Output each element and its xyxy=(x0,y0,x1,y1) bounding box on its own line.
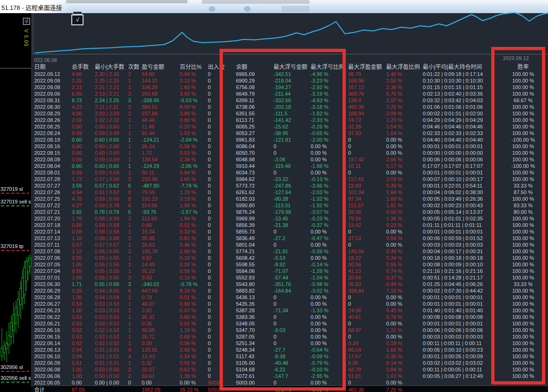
table-row[interactable]: 2022.06.090.510.51 | 0.5110.320.01 %0510… xyxy=(31,360,548,366)
table-row[interactable]: 2022.07.254.780.59 | 0.608191.233.19 %06… xyxy=(31,196,548,202)
table-row[interactable]: 2022.06.270.530.53 | 0.53148.070.89 %054… xyxy=(31,301,548,307)
table-row[interactable]: 2022.07.131.160.58 | 0.58235.450.61 %058… xyxy=(31,235,548,241)
table-row[interactable]: 2022.07.213.920.78 | 0.795-93.75-1.57 %0… xyxy=(31,209,548,215)
cell-4: 31.23 xyxy=(142,268,178,274)
panel-checkbox-icon[interactable]: √ xyxy=(71,15,84,25)
column-header-0[interactable]: 日期 xyxy=(34,64,72,70)
table-row[interactable]: 2022.07.110.570.57 | 0.57126.830.46 %058… xyxy=(31,241,548,248)
table-row[interactable]: 2022.06.081.000.50 | 0.50232.070.63 %051… xyxy=(31,366,548,373)
cell-0: 2022.08.15 xyxy=(34,150,72,156)
table-row[interactable]: 2022.09.092.252.25 | 2.251144.212.13 %06… xyxy=(31,77,548,84)
table-row[interactable]: 2022.07.051.650.55 | 0.55314.490.26 %055… xyxy=(31,261,548,268)
table-row[interactable]: 2022.08.160.600.60 | 0.60135.340.58 %060… xyxy=(31,143,548,150)
cell-5: 0.46 % xyxy=(180,241,207,248)
cell-1: 2.04 xyxy=(72,353,94,360)
table-row[interactable]: 2022.06.301.710.55 | 0.583-340.02-5.78 %… xyxy=(31,281,548,287)
cell-3: 3 xyxy=(128,261,141,268)
cell-10: 51.81 xyxy=(348,373,385,379)
cell-12: 0:00:02 | 0:01:01 | 0:02:00 xyxy=(423,110,498,117)
table-row[interactable]: 2022.08.190.600.60 | 0.601-124.21-2.04 %… xyxy=(31,136,548,143)
table-row[interactable]: 2022.07.140.580.58 | 0.58119.240.33 %058… xyxy=(31,228,548,235)
table-row[interactable]: 2022.06.140.520.52 | 0.5213.000.06 %0525… xyxy=(31,340,548,347)
cell-4: 144.21 xyxy=(142,77,178,84)
table-row[interactable]: 2022.07.040.550.55 | 0.55131.230.56 %055… xyxy=(31,268,548,274)
cell-6: 0 xyxy=(208,77,230,84)
cell-12: 0:00:06 | 0:00:06 | 0:00:06 xyxy=(423,327,498,333)
column-header-6[interactable]: 出入金 xyxy=(208,64,230,70)
table-row[interactable]: 2022.07.281.730.57 | 0.583210.903.65 %05… xyxy=(31,176,548,182)
table-row[interactable]: 2022.06.281.080.54 | 0.5420.780.01 %0543… xyxy=(31,294,548,301)
cell-3: 0 xyxy=(128,379,141,386)
table-row[interactable]: 2022.06.061.000.50 | 0.50269.611.39 %050… xyxy=(31,373,548,379)
table-row[interactable]: 2022.08.304.222.11 | 2.112386.516.09 %06… xyxy=(31,104,548,110)
cell-8: -121.81 xyxy=(274,136,310,143)
table-row[interactable]: 2022.08.250.600.60 | 0.60111.980.20 %060… xyxy=(31,123,548,130)
cell-2: 0.51 | 0.51 xyxy=(95,353,128,360)
table-row[interactable]: 2022.07.201.760.58 | 0.593113.601.94 %05… xyxy=(31,215,548,222)
cell-5: 0.01 % xyxy=(180,222,207,228)
column-header-2[interactable]: 最小|大手数 xyxy=(95,64,128,70)
cell-6: 0 xyxy=(208,84,230,90)
column-header-3[interactable]: 次数 xyxy=(128,64,141,70)
table-row[interactable]: 2022.06.293.250.54 | 0.556447.698.24 %05… xyxy=(31,287,548,294)
table-row[interactable]: 2022.08.240.590.59 | 0.59191.441.53 %060… xyxy=(31,130,548,136)
column-header-13[interactable]: 胜率 xyxy=(495,64,548,70)
table-row[interactable]: 2022.07.224.270.59 | 0.786114.561.95 %05… xyxy=(31,202,548,209)
cell-9: -3.23 % xyxy=(311,77,348,84)
column-header-4[interactable]: 盈亏金额 xyxy=(142,64,178,70)
table-row[interactable]: 2022.07.273.590.57 | 0.626-487.90-7.79 %… xyxy=(31,182,548,189)
column-header-8[interactable]: 最大浮亏金额 xyxy=(274,64,310,70)
cell-9: 0.00 % xyxy=(311,340,348,347)
table-row[interactable]: 2022.08.294.062.03 | 2.032237.843.89 %06… xyxy=(31,110,548,117)
table-row[interactable]: 2022.06.150.520.52 | 0.52135.710.68 %052… xyxy=(31,333,548,340)
table-row[interactable]: 2022.06.231.060.53 | 0.5323.920.07 %0538… xyxy=(31,307,548,314)
cell-13: 100.00 % xyxy=(495,169,548,176)
cell-12: 0:00:04 | 0:06:02 | 0:38:30 xyxy=(423,189,498,196)
column-header-9[interactable]: 最大浮亏比例 xyxy=(311,64,348,70)
table-row[interactable]: 2022.07.011.650.55 | 0.5539.030.16 %0555… xyxy=(31,274,548,281)
column-header-7[interactable]: 余额 xyxy=(236,64,270,70)
cell-5: 2.96 % xyxy=(180,248,207,255)
cell-3: 1 xyxy=(128,320,141,327)
table-row[interactable]: 2022.09.124.602.30 | 2.30264.800.94 %069… xyxy=(31,71,548,77)
cell-6: 0 xyxy=(208,117,230,123)
cell-7: 6261.62 xyxy=(236,189,270,196)
table-row[interactable]: 2022.06.102.040.51 | 0.51412.430.24 %051… xyxy=(31,353,548,360)
cell-10: 112.37 xyxy=(348,202,385,209)
cell-4: 64.80 xyxy=(142,71,178,77)
cell-4: 0.66 xyxy=(142,222,178,228)
table-row[interactable]: 2022.08.090.590.59 | 0.591138.542.34 %06… xyxy=(31,156,548,163)
cell-6: 0 xyxy=(208,130,230,136)
cell-12: 0:01:15 | 0:01:15 | 0:01:15 xyxy=(423,84,498,90)
cell-5: 0.16 % xyxy=(180,274,207,281)
cell-12: 0:00:05 | 0:01:01 | 0:02:35 xyxy=(423,215,498,222)
column-header-12[interactable]: 最小|平均|最大持仓时间 xyxy=(423,64,498,70)
table-row[interactable]: 2022.09.082.212.21 | 2.211106.291.60 %06… xyxy=(31,84,548,90)
total-cell-5: 39.22 % xyxy=(180,386,207,392)
table-row[interactable]: 2022.08.040.600.60 | 0.601-124.29-2.06 %… xyxy=(31,163,548,169)
table-row[interactable]: 2022.08.316.732.24 | 2.253-338.95-5.03 %… xyxy=(31,97,548,104)
checkbox-icon[interactable]: √ xyxy=(23,18,30,25)
table-row[interactable]: 2022.06.050.000.00 | 0.0000.000.00 %5003… xyxy=(31,379,548,386)
table-row[interactable]: 2022.08.262.022.02 | 2.02148.460.80 %061… xyxy=(31,117,548,123)
column-header-5[interactable]: 百分比% xyxy=(180,64,207,70)
column-header-1[interactable]: 总手数 xyxy=(72,64,94,70)
cell-1: 1.12 xyxy=(72,248,94,255)
column-header-10[interactable]: 最大浮盈金额 xyxy=(348,64,385,70)
table-row[interactable]: 2022.06.210.530.53 | 0.5310.350.01 %0534… xyxy=(31,320,548,327)
cell-8: 0 xyxy=(274,241,310,248)
table-row[interactable]: 2022.08.010.590.59 | 0.59150.110.84 %060… xyxy=(31,169,548,176)
cell-2: 0.59 | 0.60 xyxy=(95,196,128,202)
table-row[interactable]: 2022.07.081.120.56 | 0.562165.792.96 %05… xyxy=(31,248,548,255)
table-row[interactable]: 2022.07.180.580.58 | 0.5810.660.01 %0585… xyxy=(31,222,548,228)
table-row[interactable]: 2022.06.160.520.52 | 0.52160.651.15 %053… xyxy=(31,327,548,333)
table-row[interactable]: 2022.07.060.550.55 | 0.5519.870.18 %0560… xyxy=(31,255,548,261)
table-row[interactable]: 2022.06.132.040.51 | 0.514130.912.56 %05… xyxy=(31,347,548,353)
table-row[interactable]: 2022.07.264.940.61 | 0.62879.591.29 %062… xyxy=(31,189,548,196)
cell-8: -57.44 xyxy=(274,274,310,281)
table-row[interactable]: 2022.09.066.552.13 | 2.213250.683.92 %06… xyxy=(31,90,548,97)
cell-4: 35.71 xyxy=(142,333,178,340)
column-header-11[interactable]: 最大浮盈比例 xyxy=(386,64,422,70)
table-row[interactable]: 2022.06.220.530.53 | 0.53135.310.66 %053… xyxy=(31,314,548,320)
table-row[interactable]: 2022.08.150.600.60 | 0.6011.720.03 %0605… xyxy=(31,150,548,156)
